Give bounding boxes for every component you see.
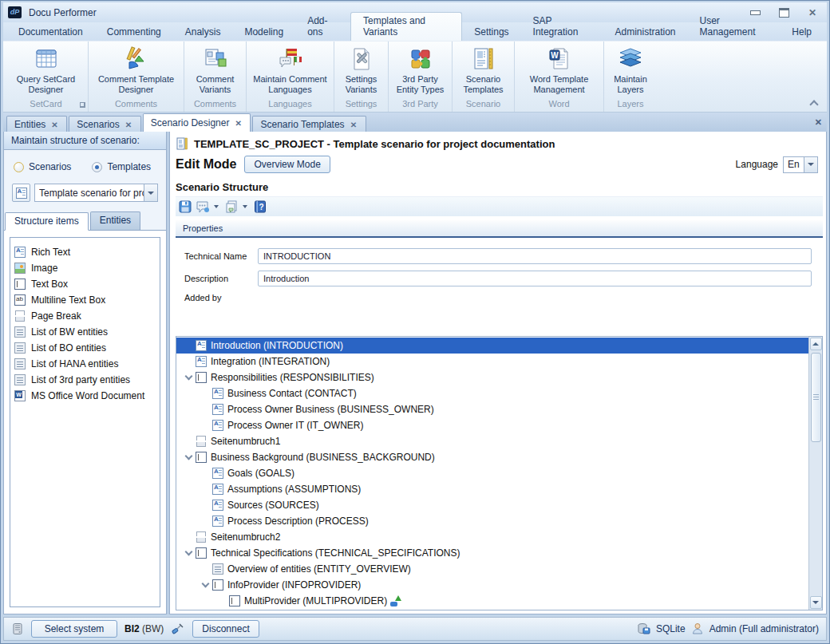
tree-scrollbar[interactable] xyxy=(808,337,822,610)
ribbon-tab[interactable]: Administration xyxy=(603,24,687,41)
template-select[interactable]: Template scenario for projec xyxy=(34,184,158,202)
expander-icon[interactable] xyxy=(183,531,196,543)
structure-item[interactable]: List of HANA entities xyxy=(14,356,156,372)
tab-close-icon[interactable] xyxy=(125,119,133,130)
description-input[interactable] xyxy=(258,271,812,286)
structure-item[interactable]: List of 3rd party entities xyxy=(14,372,156,388)
expander-icon[interactable] xyxy=(200,563,212,575)
expander-icon[interactable] xyxy=(183,451,196,464)
ribbon-tab[interactable]: Documentation xyxy=(6,24,95,41)
tree-row[interactable]: Technical Specifications (TECHNICAL_SPEC… xyxy=(176,545,808,561)
document-tab[interactable]: Scenario Templates xyxy=(252,116,366,132)
tree-row[interactable]: Business Background (BUSINESS_BACKGROUND… xyxy=(176,449,808,465)
tree-row[interactable]: Introduction (INTRODUCTION) xyxy=(176,338,808,354)
tree-row[interactable]: Assumptions (ASSUMPTIONS) xyxy=(176,481,808,497)
ribbon-tab[interactable]: SAP Integration xyxy=(521,13,603,41)
structure-item[interactable]: Text Box xyxy=(14,276,156,292)
dropdown-arrow-icon[interactable] xyxy=(144,184,157,201)
language-select[interactable]: En xyxy=(783,156,818,173)
structure-item[interactable]: List of BO entities xyxy=(14,340,156,356)
tree-row[interactable]: Goals (GOALS) xyxy=(176,465,808,481)
structure-item[interactable]: Multiline Text Box xyxy=(14,292,156,308)
copy-document-icon[interactable] xyxy=(224,200,239,214)
scenario-templates-button[interactable]: Scenario Templates xyxy=(453,41,514,97)
comment-template-designer-button[interactable]: Comment Template Designer xyxy=(89,41,184,97)
expander-icon[interactable] xyxy=(200,387,212,400)
overview-mode-button[interactable]: Overview Mode xyxy=(244,156,330,173)
tree-row[interactable]: InfoCubes (INFOCUBES) xyxy=(176,609,808,610)
tree-row[interactable]: MultiProvider (MULTIPROVIDER) xyxy=(176,593,808,609)
tree-row[interactable]: Sources (SOURCES) xyxy=(176,497,808,513)
expander-icon[interactable] xyxy=(200,403,212,416)
tree-row[interactable]: Business Contact (CONTACT) xyxy=(176,385,808,401)
tab-close-icon[interactable] xyxy=(235,117,243,128)
tab-close-icon[interactable] xyxy=(51,119,59,130)
expander-icon[interactable] xyxy=(183,371,196,384)
dropdown-caret-icon[interactable] xyxy=(214,205,219,208)
expander-icon[interactable] xyxy=(183,547,196,559)
tree-row[interactable]: Process Description (PROCESS) xyxy=(176,513,808,529)
document-tab[interactable]: Entities xyxy=(6,116,67,132)
expander-icon[interactable] xyxy=(183,339,196,352)
document-tab[interactable]: Scenarios xyxy=(69,116,140,132)
word-template-management-button[interactable]: W Word Template Management xyxy=(515,41,603,97)
expander-icon[interactable] xyxy=(200,499,212,512)
expander-icon[interactable] xyxy=(200,515,212,527)
tree-row[interactable]: Process Owner Business (BUSINESS_OWNER) xyxy=(176,401,808,417)
comment-variants-button[interactable]: Comment Variants xyxy=(184,41,246,97)
expander-icon[interactable] xyxy=(200,467,212,480)
expander-icon[interactable] xyxy=(216,595,229,607)
maintain-comment-languages-button[interactable]: Maintain Comment Languages xyxy=(247,41,334,97)
tab-structure-items[interactable]: Structure items xyxy=(5,212,89,231)
structure-item[interactable]: Image xyxy=(14,260,156,276)
scroll-up-icon[interactable] xyxy=(810,338,822,350)
expander-icon[interactable] xyxy=(183,355,196,368)
ribbon-tab[interactable]: Help xyxy=(780,24,824,41)
maintain-layers-button[interactable]: Maintain Layers xyxy=(604,41,657,97)
tree-row[interactable]: Seitenumbruch2 xyxy=(176,529,808,545)
expander-icon[interactable] xyxy=(183,435,196,448)
ribbon-tab[interactable]: Commenting xyxy=(95,24,173,41)
tree-row[interactable]: Seitenumbruch1 xyxy=(176,433,808,449)
structure-item[interactable]: Rich Text xyxy=(14,244,156,260)
third-party-entity-types-button[interactable]: 3rd Party Entity Types xyxy=(389,41,452,97)
tab-entities[interactable]: Entities xyxy=(90,211,140,230)
comment-icon[interactable] xyxy=(196,200,210,214)
settings-variants-button[interactable]: Settings Variants xyxy=(334,41,388,97)
tree-row[interactable]: Process Owner IT (IT_OWNER) xyxy=(176,417,808,433)
tree-row[interactable]: Integration (INTEGRATION) xyxy=(176,354,808,369)
tab-area-close-icon[interactable] xyxy=(815,114,822,128)
expander-icon[interactable] xyxy=(200,483,212,496)
scenario-icon-button[interactable] xyxy=(12,184,30,202)
select-system-button[interactable]: Select system xyxy=(31,620,117,638)
dropdown-caret-icon[interactable] xyxy=(243,205,247,208)
ribbon-tab[interactable]: Modeling xyxy=(232,24,295,41)
technical-name-input[interactable] xyxy=(258,248,812,264)
collapse-ribbon-icon[interactable] xyxy=(811,99,817,105)
radio-templates[interactable]: Templates xyxy=(92,161,151,172)
ribbon-tab[interactable]: Add-ons xyxy=(295,13,350,41)
radio-scenarios[interactable]: Scenarios xyxy=(14,161,71,172)
ribbon-tab[interactable]: User Management xyxy=(688,13,781,41)
document-tab[interactable]: Scenario Designer xyxy=(143,113,251,132)
dropdown-arrow-icon[interactable] xyxy=(804,157,817,172)
expander-icon[interactable] xyxy=(200,579,212,591)
scroll-down-icon[interactable] xyxy=(810,596,822,609)
disconnect-button[interactable]: Disconnect xyxy=(192,620,259,638)
structure-item[interactable]: Page Break xyxy=(14,308,156,324)
query-setcard-designer-button[interactable]: Query SetCard Designer xyxy=(4,41,88,97)
help-icon[interactable]: ? xyxy=(253,200,267,214)
dialog-launcher-icon[interactable] xyxy=(80,102,85,108)
tree-row[interactable]: Responsibilities (RESPONSIBILITIES) xyxy=(176,369,808,385)
tree-row[interactable]: InfoProvider (INFOPROVIDER) xyxy=(176,577,808,593)
scrollbar-thumb[interactable] xyxy=(811,353,821,442)
tree-row[interactable]: Overview of entities (ENTITY_OVERVIEW) xyxy=(176,561,808,577)
expander-icon[interactable] xyxy=(200,419,212,432)
ribbon-tab[interactable]: Analysis xyxy=(173,24,233,41)
ribbon-tab[interactable]: Templates and Variants xyxy=(350,12,462,41)
ribbon-tab[interactable]: Settings xyxy=(462,24,520,41)
user-label[interactable]: Admin (Full administrator) xyxy=(709,623,819,634)
structure-item[interactable]: MS Office Word Document xyxy=(14,388,156,404)
save-icon[interactable] xyxy=(178,200,192,214)
close-button[interactable] xyxy=(804,7,820,18)
